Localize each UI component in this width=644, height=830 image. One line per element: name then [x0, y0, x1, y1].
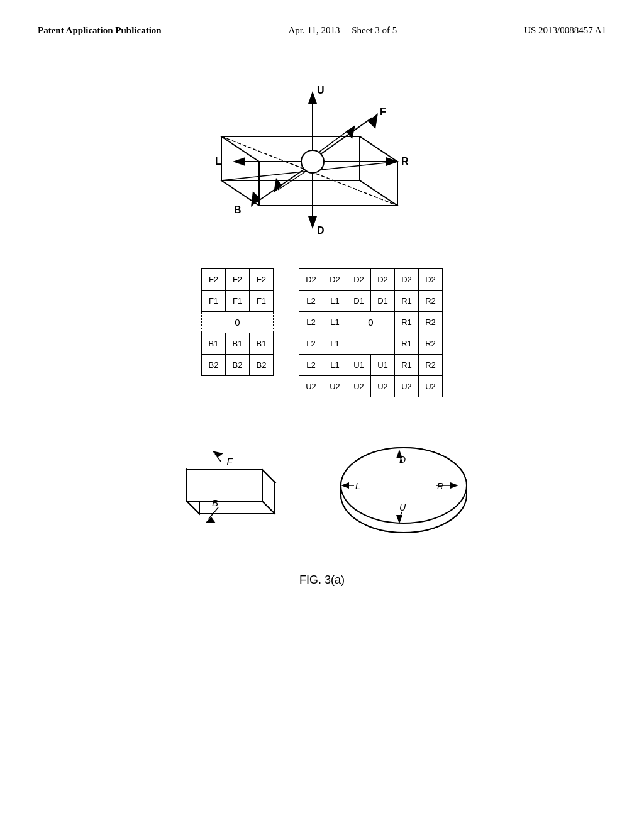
table-row: L2 L1 0 R1 R2 [299, 312, 443, 333]
svg-marker-38 [212, 451, 223, 457]
grid-cell: R2 [419, 355, 443, 376]
grid-cell: F2 [202, 269, 226, 290]
grid-cell: U2 [299, 376, 323, 397]
grid-cell: D2 [347, 269, 371, 290]
grid-cell: R1 [395, 355, 419, 376]
disc-shape-svg: D U L R [331, 423, 476, 542]
page: Patent Application Publication Apr. 11, … [0, 0, 644, 830]
svg-marker-41 [205, 517, 216, 523]
grid-cell: L2 [299, 312, 323, 333]
zero-cell-2 [347, 333, 395, 355]
table-row: L2 L1 U1 U1 R1 R2 [299, 355, 443, 376]
grid-cell: F1 [202, 290, 226, 312]
svg-marker-35 [187, 470, 262, 501]
grid-cell: F2 [226, 269, 250, 290]
grid-cell: D1 [371, 290, 395, 312]
svg-text:L: L [355, 481, 360, 491]
grid-cell: D2 [299, 269, 323, 290]
grid-cell: U1 [347, 355, 371, 376]
grid-cell: L2 [299, 355, 323, 376]
publication-label: Patent Application Publication [38, 25, 162, 36]
svg-line-27 [319, 129, 350, 152]
table-row: B2 B2 B2 [202, 355, 274, 376]
grid-cell: L1 [323, 333, 347, 355]
grid-cell: B2 [226, 355, 250, 376]
grid-cell: D2 [419, 269, 443, 290]
grid-cell: B1 [226, 333, 250, 355]
grid-cell: R1 [395, 333, 419, 355]
patent-number: US 2013/0088457 A1 [524, 25, 606, 36]
grid-cell: B1 [250, 333, 274, 355]
table-row: F1 F1 F1 [202, 290, 274, 312]
grid-cell: U2 [323, 376, 347, 397]
svg-text:B: B [212, 497, 218, 508]
grid-cell: B1 [202, 333, 226, 355]
table-row: F2 F2 F2 [202, 269, 274, 290]
grid-cell: R2 [419, 312, 443, 333]
grid-cell: U2 [419, 376, 443, 397]
main-content: U D F B R L [38, 55, 606, 587]
svg-text:U: U [317, 85, 325, 96]
grid-cell: L2 [299, 333, 323, 355]
table-row: 0 [202, 312, 274, 333]
table-row: U2 U2 U2 U2 U2 U2 [299, 376, 443, 397]
grids-container: F2 F2 F2 F1 F1 F1 0 B1 B1 B1 [201, 268, 443, 397]
left-grid: F2 F2 F2 F1 F1 F1 0 B1 B1 B1 [201, 268, 274, 376]
date-sheet: Apr. 11, 2013 Sheet 3 of 5 [289, 25, 397, 36]
svg-text:F: F [380, 106, 386, 117]
svg-marker-16 [368, 113, 378, 129]
grid-cell: F2 [250, 269, 274, 290]
page-header: Patent Application Publication Apr. 11, … [38, 25, 606, 36]
zero-cell: 0 [347, 312, 395, 333]
grid-cell: L2 [299, 290, 323, 312]
svg-text:R: R [401, 156, 409, 167]
svg-marker-13 [308, 216, 317, 229]
table-row: B1 B1 B1 [202, 333, 274, 355]
bottom-shapes: F B [168, 423, 476, 542]
sheet-info: Sheet 3 of 5 [352, 25, 397, 35]
zero-cell: 0 [202, 312, 274, 333]
diagram-3d: U D F B R L [38, 55, 606, 243]
figure-caption: FIG. 3(a) [299, 573, 345, 587]
svg-marker-25 [233, 157, 245, 166]
svg-text:B: B [234, 204, 242, 215]
grid-cell: U2 [395, 376, 419, 397]
svg-text:F: F [226, 456, 233, 467]
grid-cell: F1 [226, 290, 250, 312]
svg-text:U: U [399, 502, 406, 512]
svg-text:R: R [437, 481, 443, 491]
svg-marker-0 [221, 180, 397, 206]
table-row: D2 D2 D2 D2 D2 D2 [299, 269, 443, 290]
svg-text:D: D [317, 225, 325, 236]
grid-cell: R2 [419, 290, 443, 312]
right-grid: D2 D2 D2 D2 D2 D2 L2 L1 D1 D1 R1 R2 L2 [299, 268, 443, 397]
svg-marker-10 [308, 91, 317, 104]
grid-cell: U2 [347, 376, 371, 397]
grid-cell: D2 [323, 269, 347, 290]
grid-cell: B2 [202, 355, 226, 376]
grid-cell: R1 [395, 312, 419, 333]
publication-date: Apr. 11, 2013 [289, 25, 340, 35]
3d-diagram-svg: U D F B R L [158, 55, 486, 243]
grid-cell: F1 [250, 290, 274, 312]
grid-cell: D1 [347, 290, 371, 312]
box-shape-svg: F B [168, 426, 294, 539]
grid-cell: L1 [323, 312, 347, 333]
svg-text:L: L [215, 156, 221, 167]
table-row: L2 L1 D1 D1 R1 R2 [299, 290, 443, 312]
grid-cell: L1 [323, 290, 347, 312]
grid-cell: R1 [395, 290, 419, 312]
grid-cell: R2 [419, 333, 443, 355]
grid-cell: U2 [371, 376, 395, 397]
grid-cell: D2 [395, 269, 419, 290]
table-row: L2 L1 R1 R2 [299, 333, 443, 355]
grid-cell: B2 [250, 355, 274, 376]
grid-cell: D2 [371, 269, 395, 290]
grid-cell: U1 [371, 355, 395, 376]
grid-cell: L1 [323, 355, 347, 376]
